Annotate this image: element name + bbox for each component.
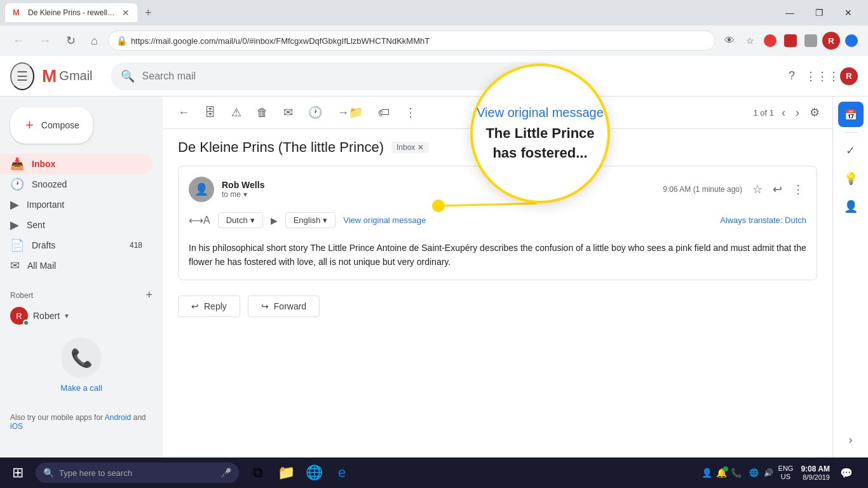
forward-button[interactable]: → [34, 32, 56, 50]
reply-header-button[interactable]: ↩ [770, 180, 785, 199]
browser-tab[interactable]: M De Kleine Prins - rewells318@g... ✕ [5, 3, 137, 22]
ios-link[interactable]: iOS [10, 422, 23, 431]
message-actions: ☆ ↩ ⋮ [750, 180, 806, 199]
label-button[interactable]: 🏷 [373, 102, 395, 123]
contacts-sidebar-button[interactable]: 👤 [838, 194, 864, 219]
taskbar-clock[interactable]: 9:08 AM 8/9/2019 [801, 464, 830, 481]
keep-icon: 💡 [844, 172, 858, 186]
extension2-button[interactable] [782, 32, 799, 50]
snooze-button[interactable]: 🕐 [303, 102, 327, 123]
delete-button[interactable]: 🗑 [252, 102, 273, 123]
start-button[interactable]: ⊞ [3, 458, 33, 488]
taskbar-right: 👤 🔔 📞 🌐 🔊 ENG US 9:08 AM 8/9/2019 💬 [702, 458, 865, 488]
menu-button[interactable]: ☰ [10, 62, 34, 90]
move-to-button[interactable]: →📁 [332, 102, 368, 123]
gmail-sidebar: + Compose 📥 Inbox 🕐 Snoozed ▶ Important … [0, 97, 163, 458]
taskbar-notification-badge[interactable]: 🔔 [716, 468, 727, 478]
star-button[interactable]: ☆ [750, 180, 765, 199]
back-to-list-button[interactable]: ← [173, 102, 194, 123]
report-spam-button[interactable]: ⚠ [226, 102, 247, 123]
taskbar-chrome-button[interactable]: 🌐 [300, 458, 328, 488]
keep-sidebar-button[interactable]: 💡 [838, 166, 864, 191]
page-info: 1 of 1 [753, 108, 774, 118]
reply-button[interactable]: ↩ Reply [178, 295, 240, 317]
tab-title: De Kleine Prins - rewells318@g... [28, 8, 117, 17]
reload-button[interactable]: ↻ [61, 31, 81, 50]
minimize-button[interactable]: — [775, 3, 804, 22]
inbox-badge-label: Inbox [397, 143, 415, 152]
profile-button[interactable]: R [822, 32, 840, 50]
calendar-sidebar-button[interactable]: 📅 [838, 102, 864, 127]
search-input[interactable] [142, 71, 545, 82]
new-tab-button[interactable]: + [140, 4, 157, 22]
android-link[interactable]: Android [105, 413, 131, 422]
extension2-icon [784, 34, 797, 47]
next-email-button[interactable]: › [793, 104, 802, 122]
email-msg-header: 👤 Rob Wells to me ▾ 9:06 AM (1 minute ag… [189, 177, 806, 202]
taskbar-mic-icon[interactable]: 🎤 [220, 468, 231, 478]
expand-right-button[interactable]: › [838, 427, 864, 452]
sidebar-item-drafts[interactable]: 📄 Drafts 418 [0, 235, 153, 255]
english-button[interactable]: English ▾ [285, 212, 336, 228]
message-time: 9:06 AM (1 minute ago) [663, 185, 742, 194]
apps-button[interactable]: ⋮⋮⋮ [810, 64, 835, 89]
forward-button[interactable]: ↪ Forward [248, 295, 320, 317]
compose-label: Compose [41, 120, 79, 130]
gmail-search-bar[interactable]: 🔍 [111, 62, 555, 90]
archive-button[interactable]: 🗄 [200, 102, 221, 123]
avatar-icon: 👤 [194, 182, 208, 196]
email-actions: ↩ Reply ↪ Forward [178, 295, 817, 317]
view-original-link[interactable]: View original message [343, 215, 426, 225]
inbox-badge-close[interactable]: ✕ [417, 143, 424, 152]
settings-button[interactable]: ⚙ [807, 103, 822, 122]
home-button[interactable]: ⌂ [86, 32, 103, 50]
taskbar-phone-icon[interactable]: 📞 [731, 468, 742, 478]
action-center-icon: 💬 [840, 467, 853, 479]
tasks-sidebar-button[interactable]: ✓ [838, 138, 864, 163]
fileexplorer-icon: 📁 [278, 464, 295, 481]
taskbar-taskview-button[interactable]: ⧉ [244, 458, 272, 488]
compose-button[interactable]: + Compose [10, 107, 93, 144]
dutch-button[interactable]: Dutch ▾ [218, 212, 263, 228]
taskbar-fileexplorer-button[interactable]: 📁 [272, 458, 300, 488]
close-button[interactable]: ✕ [834, 3, 863, 22]
address-bar[interactable]: 🔒 https://mail.google.com/mail/u/0/#inbo… [108, 30, 715, 51]
mark-unread-button[interactable]: ✉ [278, 102, 298, 123]
extension-eye-button[interactable]: 👁 [721, 32, 738, 50]
restore-button[interactable]: ❐ [804, 3, 834, 22]
prev-email-button[interactable]: ‹ [779, 104, 788, 122]
sender-name: Rob Wells [222, 180, 655, 190]
header-profile-button[interactable]: R [840, 67, 858, 85]
reply-label: Reply [204, 301, 227, 311]
taskbar-people-icon[interactable]: 👤 [702, 468, 712, 478]
sidebar-item-snoozed[interactable]: 🕐 Snoozed [0, 174, 153, 194]
online-badge [23, 320, 29, 326]
robert-item[interactable]: R Robert ▾ [0, 304, 163, 327]
sidebar-inbox-label: Inbox [32, 159, 135, 169]
ie-icon: e [338, 464, 346, 481]
sidebar-item-inbox[interactable]: 📥 Inbox [0, 154, 153, 174]
back-button[interactable]: ← [8, 32, 29, 50]
make-call-link[interactable]: Make a call [10, 383, 153, 393]
more-actions-button[interactable]: ⋮ [790, 180, 806, 199]
more-options-button[interactable]: ⋮ [400, 102, 421, 123]
taskbar-search[interactable]: 🔍 Type here to search 🎤 [36, 463, 239, 483]
extension1-button[interactable] [761, 32, 779, 50]
sender-avatar: 👤 [189, 177, 214, 202]
taskbar-ie-button[interactable]: e [328, 458, 356, 488]
extension4-icon [845, 34, 858, 47]
sidebar-expand-btn[interactable]: › [838, 427, 864, 452]
always-translate-button[interactable]: Always translate: Dutch [720, 215, 806, 225]
add-section-button[interactable]: + [146, 288, 153, 302]
sidebar-item-sent[interactable]: ▶ Sent [0, 215, 153, 235]
sidebar-item-allmail[interactable]: ✉ All Mail [0, 255, 153, 276]
english-label: English [294, 215, 321, 225]
action-center-button[interactable]: 💬 [832, 458, 860, 488]
extension3-button[interactable] [802, 32, 820, 50]
to-dropdown-icon[interactable]: ▾ [243, 190, 247, 199]
help-button[interactable]: ? [779, 64, 804, 89]
extension4-button[interactable] [843, 32, 860, 50]
sidebar-item-important[interactable]: ▶ Important [0, 194, 153, 215]
bookmark-button[interactable]: ☆ [741, 32, 759, 50]
tab-close-button[interactable]: ✕ [122, 8, 130, 18]
